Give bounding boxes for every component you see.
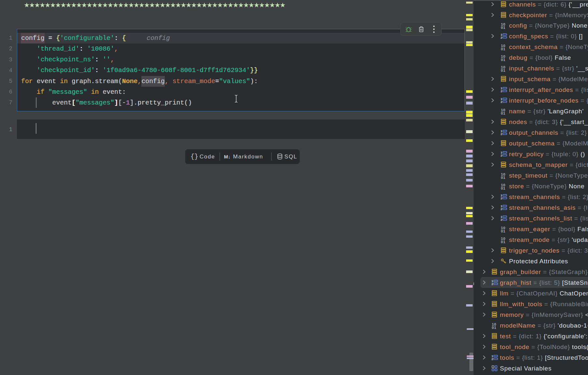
svg-text:01: 01 [492, 326, 496, 329]
svg-text:01: 01 [501, 176, 505, 179]
svg-text:01: 01 [501, 229, 505, 233]
svg-text:2: 2 [501, 207, 502, 210]
svg-text:2: 2 [501, 132, 502, 135]
svg-text:2: 2 [501, 154, 502, 157]
svg-text:2: 2 [501, 89, 502, 93]
svg-text:01: 01 [501, 26, 505, 29]
svg-text:2: 2 [501, 36, 502, 39]
svg-text:01: 01 [501, 58, 505, 61]
svg-text:2: 2 [501, 196, 502, 200]
svg-text:01: 01 [501, 186, 505, 190]
svg-text:01: 01 [501, 69, 505, 72]
svg-text:01: 01 [501, 47, 505, 51]
svg-text:2: 2 [491, 357, 493, 360]
svg-text:01: 01 [501, 111, 505, 115]
svg-text:2: 2 [501, 218, 502, 221]
svg-text:2: 2 [491, 282, 493, 285]
svg-text:01: 01 [501, 240, 505, 244]
svg-text:2: 2 [501, 100, 502, 103]
